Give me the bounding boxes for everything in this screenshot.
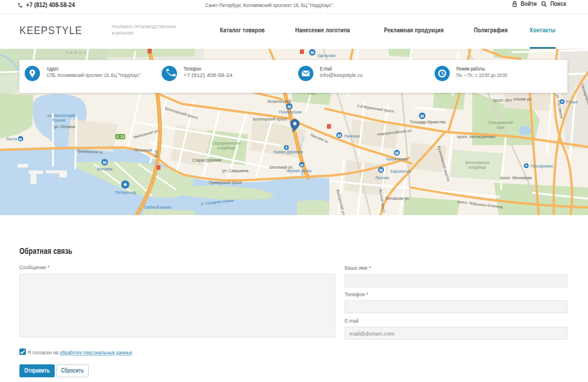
svg-text:М: М bbox=[338, 133, 341, 138]
svg-text:Яхтенная: Яхтенная bbox=[134, 148, 152, 152]
svg-text:РАЙОН: РАЙОН bbox=[66, 50, 88, 55]
svg-text:Питерлэнд: Питерлэнд bbox=[115, 190, 136, 195]
svg-text:ЗСД: ЗСД bbox=[154, 150, 159, 158]
svg-text:Богословское: Богословское bbox=[465, 160, 490, 165]
svg-text:Пискаревка: Пискаревка bbox=[530, 164, 553, 169]
svg-text:М: М bbox=[420, 114, 424, 118]
svg-text:Пионерская: Пионерская bbox=[279, 110, 302, 115]
svg-text:Серафимовское: Серафимовское bbox=[212, 141, 241, 146]
svg-text:кладбище: кладбище bbox=[469, 165, 487, 170]
svg-text:ул. Оптиков: ул. Оптиков bbox=[54, 125, 75, 129]
svg-text:Богатырский просп.: Богатырский просп. bbox=[253, 117, 288, 122]
svg-text:М: М bbox=[300, 163, 303, 167]
svg-text:М: М bbox=[310, 51, 314, 55]
svg-text:Разлив: Разлив bbox=[52, 118, 66, 122]
svg-text:М: М bbox=[103, 160, 106, 165]
svg-text:Европолис: Европолис bbox=[390, 169, 412, 174]
svg-text:E 18: E 18 bbox=[116, 135, 125, 139]
svg-text:оз. Лахтинский: оз. Лахтинский bbox=[48, 113, 75, 118]
svg-text:Литовская ул.: Литовская ул. bbox=[385, 196, 410, 201]
svg-text:Пискаревский: Пискаревский bbox=[488, 120, 513, 125]
svg-text:Ланская: Ланская bbox=[344, 134, 360, 138]
svg-text:М: М bbox=[379, 168, 383, 172]
svg-text:парк: парк bbox=[496, 125, 505, 130]
svg-text:Старая Деревня: Старая Деревня bbox=[192, 158, 222, 163]
svg-text:просп. Непокоренных: просп. Непокоренных bbox=[457, 135, 496, 139]
svg-text:просп. Исп: просп. Исп bbox=[493, 98, 512, 103]
svg-text:Ручьи: Ручьи bbox=[566, 100, 577, 105]
svg-text:Лесная: Лесная bbox=[375, 176, 389, 180]
svg-text:Приморский просп.: Приморский просп. bbox=[209, 180, 243, 185]
svg-text:просп. Мечникова: просп. Мечникова bbox=[500, 176, 532, 180]
svg-text:М: М bbox=[288, 105, 291, 109]
svg-text:Удельная: Удельная bbox=[317, 53, 335, 58]
svg-text:ул. Савушкина: ул. Савушкина bbox=[222, 169, 249, 173]
svg-text:Новая Деревня: Новая Деревня bbox=[273, 150, 303, 155]
svg-text:Черная речка: Черная речка bbox=[286, 169, 312, 173]
svg-text:Беговая: Беговая bbox=[97, 167, 112, 171]
svg-text:кладбище: кладбище bbox=[218, 146, 236, 150]
svg-text:ольная ул.: ольная ул. bbox=[513, 97, 532, 102]
svg-text:Лахта: Лахта bbox=[6, 137, 17, 141]
svg-text:Кушелевка: Кушелевка bbox=[386, 157, 407, 162]
svg-text:М: М bbox=[395, 151, 399, 155]
svg-text:Испытателей: Испытателей bbox=[268, 99, 291, 103]
svg-text:М: М bbox=[19, 138, 22, 141]
svg-text:Площадь Мужества: Площадь Мужества bbox=[410, 120, 445, 125]
svg-text:Гребной канал: Гребной канал bbox=[144, 205, 171, 210]
